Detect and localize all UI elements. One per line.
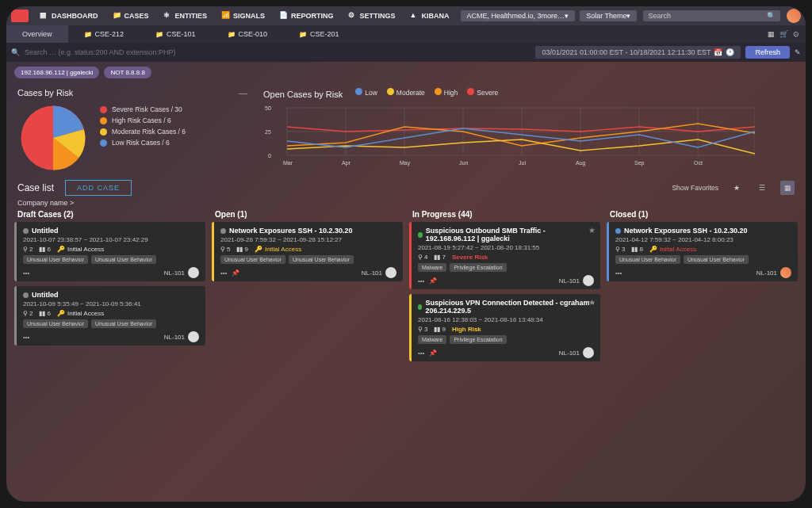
assignee-avatar[interactable] bbox=[385, 267, 396, 278]
reporting-icon: 📄 bbox=[279, 11, 289, 21]
assignee-avatar[interactable] bbox=[188, 267, 199, 278]
query-input[interactable] bbox=[25, 48, 530, 56]
filter-chip-ip[interactable]: 192.168.96.112 | ggalecki bbox=[14, 67, 99, 78]
case-card[interactable]: ★ Suspicious VPN Connection Detected - c… bbox=[409, 294, 600, 361]
key-icon: 🔑 bbox=[649, 246, 657, 253]
tab-cse-101[interactable]: CSE-101 bbox=[140, 25, 212, 43]
pin-icon[interactable]: 📌 bbox=[429, 277, 437, 285]
status-dot bbox=[23, 292, 29, 298]
more-icon[interactable]: ••• bbox=[23, 269, 29, 277]
col-title-draft: Draft Cases (2) bbox=[14, 210, 205, 219]
search-icon: 🔍 bbox=[767, 12, 776, 20]
case-card[interactable]: ★ Suspicious Outbound SMB Traffic - 192.… bbox=[409, 222, 600, 289]
tag[interactable]: Privilege Escalation bbox=[450, 335, 506, 344]
col-title-closed: Closed (1) bbox=[607, 210, 798, 219]
tab-cse-201[interactable]: CSE-201 bbox=[283, 25, 355, 43]
svg-text:Jul: Jul bbox=[519, 160, 526, 166]
favorite-star-icon[interactable]: ★ bbox=[588, 298, 596, 307]
tag[interactable]: Unusual User Behavior bbox=[23, 319, 88, 328]
more-icon[interactable]: ••• bbox=[220, 269, 227, 277]
signals-icon: 📶 bbox=[221, 11, 231, 21]
charts-row: Cases by Risk— Severe Risk Cases / 30 Hi… bbox=[6, 83, 806, 174]
assignee-avatar[interactable] bbox=[583, 275, 594, 286]
legend-dot-high bbox=[435, 88, 442, 95]
refresh-button[interactable]: Refresh bbox=[745, 46, 790, 59]
add-case-button[interactable]: ADD CASE bbox=[65, 180, 132, 196]
legend-dot-moderate bbox=[100, 128, 107, 136]
date-range[interactable]: 03/01/2021 01:00:00 EST - 10/18/2021 12:… bbox=[535, 46, 741, 59]
legend-dot-low bbox=[100, 139, 107, 147]
list-view-icon[interactable]: ☰ bbox=[755, 181, 769, 195]
pie-chart bbox=[17, 102, 89, 174]
nav-cases[interactable]: 📁CASES bbox=[106, 9, 155, 23]
play-icon[interactable]: ⊙ bbox=[793, 30, 799, 38]
col-title-open: Open (1) bbox=[212, 210, 403, 219]
chevron-down-icon: ▾ bbox=[626, 12, 630, 20]
global-search[interactable]: Search🔍 bbox=[643, 10, 780, 21]
favorite-star-icon[interactable]: ★ bbox=[588, 226, 596, 235]
more-icon[interactable]: ••• bbox=[418, 349, 424, 357]
tag[interactable]: Unusual User Behavior bbox=[684, 255, 749, 264]
tag[interactable]: Unusual User Behavior bbox=[220, 255, 285, 264]
calendar-icon: 📅 bbox=[714, 48, 722, 56]
theme-selector[interactable]: Solar Theme ▾ bbox=[580, 10, 637, 21]
grid-icon[interactable]: ▦ bbox=[768, 30, 775, 38]
key-icon: 🔑 bbox=[57, 246, 65, 253]
svg-text:Oct: Oct bbox=[694, 160, 703, 166]
folder-icon: 📁 bbox=[113, 11, 122, 21]
case-card[interactable]: Network Exposures SSH - 10.2.30.20 2021-… bbox=[607, 222, 798, 281]
tag[interactable]: Unusual User Behavior bbox=[91, 255, 156, 264]
tag[interactable]: Malware bbox=[418, 263, 446, 272]
nav-entities[interactable]: ⚛ENTITIES bbox=[157, 9, 214, 23]
status-dot bbox=[418, 232, 423, 238]
svg-text:Mar: Mar bbox=[283, 160, 293, 166]
tag[interactable]: Unusual User Behavior bbox=[289, 255, 354, 264]
tab-bar: Overview CSE-212 CSE-101 CSE-010 CSE-201… bbox=[6, 25, 806, 43]
svg-text:0: 0 bbox=[268, 153, 271, 159]
tag[interactable]: Unusual User Behavior bbox=[23, 255, 88, 264]
nav-kibana[interactable]: ▲KIBANA bbox=[404, 9, 456, 23]
key-icon: 🔑 bbox=[57, 310, 65, 317]
case-card[interactable]: Untitled 2021-10-09 5:35:49 ~ 2021-10-09… bbox=[14, 286, 205, 346]
nav-dashboard[interactable]: ▦DASHBOARD bbox=[33, 9, 105, 23]
company-name[interactable]: Company name > bbox=[6, 199, 806, 208]
assignee-avatar[interactable] bbox=[780, 267, 791, 278]
tab-cse-010[interactable]: CSE-010 bbox=[212, 25, 284, 43]
tab-cse-212[interactable]: CSE-212 bbox=[68, 25, 140, 43]
nav-reporting[interactable]: 📄REPORTING bbox=[273, 9, 340, 23]
more-icon[interactable]: ••• bbox=[418, 277, 424, 285]
tag[interactable]: Unusual User Behavior bbox=[91, 319, 156, 328]
tenant-selector[interactable]: ACME, Healthmed.io, 3more… ▾ bbox=[461, 10, 576, 21]
cart-icon[interactable]: 🛒 bbox=[779, 30, 788, 38]
entities-icon: ⚛ bbox=[163, 11, 173, 21]
more-icon[interactable]: ••• bbox=[615, 269, 622, 277]
status-dot bbox=[220, 228, 226, 234]
pin-icon[interactable]: 📌 bbox=[429, 349, 437, 357]
pin-icon[interactable]: 📌 bbox=[232, 269, 239, 277]
edit-icon[interactable]: ✎ bbox=[795, 48, 801, 56]
tag[interactable]: Privilege Escalation bbox=[450, 263, 506, 272]
assignee-avatar[interactable] bbox=[188, 331, 199, 342]
col-draft: Draft Cases (2) Untitled 2021-10-07 23:3… bbox=[14, 210, 205, 366]
filter-chip-not[interactable]: NOT 8.8.8.8 bbox=[104, 67, 151, 78]
user-avatar[interactable] bbox=[787, 9, 801, 23]
nav-settings[interactable]: ⚙SETTINGS bbox=[342, 9, 402, 23]
col-closed: Closed (1) Network Exposures SSH - 10.2.… bbox=[607, 210, 798, 366]
tab-overview[interactable]: Overview bbox=[6, 25, 68, 43]
pie-title: Cases by Risk bbox=[17, 88, 73, 97]
case-card[interactable]: Untitled 2021-10-07 23:38:57 ~ 2021-10-0… bbox=[14, 222, 205, 281]
tag[interactable]: Unusual User Behavior bbox=[615, 255, 680, 264]
svg-text:50: 50 bbox=[265, 105, 271, 111]
status-dot bbox=[418, 304, 422, 310]
grid-view-icon[interactable]: ▦ bbox=[780, 181, 795, 195]
star-icon[interactable]: ★ bbox=[730, 181, 744, 195]
more-icon[interactable]: ••• bbox=[23, 334, 29, 341]
search-icon: 🔍 bbox=[11, 48, 20, 56]
case-card[interactable]: Network Exposures SSH - 10.2.30.20 2021-… bbox=[212, 222, 403, 281]
tag[interactable]: Malware bbox=[418, 335, 446, 344]
collapse-icon[interactable]: — bbox=[239, 88, 247, 97]
dashboard-icon: ▦ bbox=[40, 11, 49, 21]
nav-signals[interactable]: 📶SIGNALS bbox=[215, 9, 271, 23]
assignee-avatar[interactable] bbox=[583, 347, 594, 358]
filter-chips: 192.168.96.112 | ggalecki NOT 8.8.8.8 bbox=[6, 62, 806, 83]
